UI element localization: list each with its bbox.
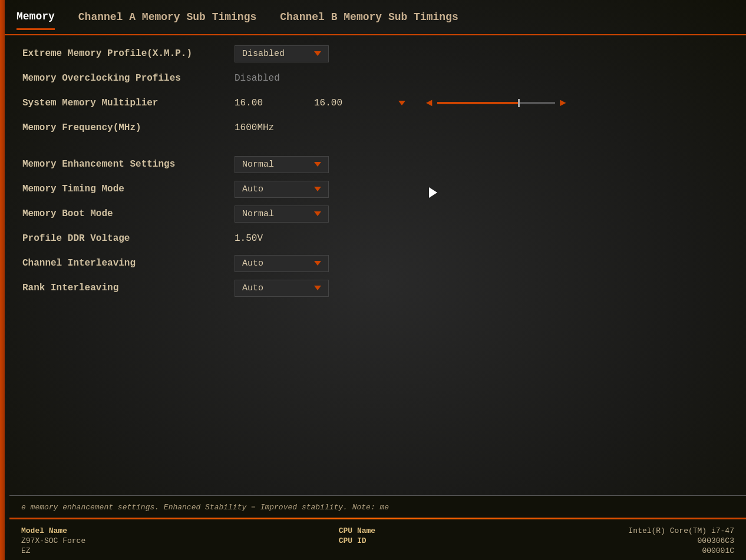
channel-interleaving-dropdown[interactable]: Auto [235, 255, 329, 272]
multiplier-dropdown-arrow [398, 101, 405, 105]
cpu-id-value2: 000001C [629, 546, 734, 555]
boot-mode-dropdown[interactable]: Normal [235, 206, 329, 223]
tab-bar: Memory Channel A Memory Sub Timings Chan… [5, 0, 746, 35]
frequency-value: 1600MHz [235, 122, 305, 133]
multiplier-value2: 16.00 [314, 98, 385, 108]
xmp-label: Extreme Memory Profile(X.M.P.) [22, 48, 235, 59]
frequency-row: Memory Frequency(MHz) 1600MHz [22, 115, 728, 140]
rank-interleaving-row: Rank Interleaving Auto [22, 276, 728, 300]
boot-mode-dropdown-arrow [314, 211, 321, 216]
cpu-id-label: CPU ID [339, 536, 375, 545]
enhancement-dropdown[interactable]: Normal [235, 156, 329, 173]
enhancement-dropdown-arrow [314, 162, 321, 167]
footer-model-col: Model Name Z97X-SOC Force EZ [21, 526, 85, 555]
boot-mode-label: Memory Boot Mode [22, 208, 235, 219]
ddr-voltage-row: Profile DDR Voltage 1.50V [22, 226, 728, 251]
footer-info: Model Name Z97X-SOC Force EZ CPU Name CP… [9, 522, 746, 560]
timing-mode-label: Memory Timing Mode [22, 184, 235, 194]
boot-mode-value: Normal [242, 209, 274, 219]
timing-mode-dropdown[interactable]: Auto [235, 181, 329, 198]
xmp-dropdown[interactable]: Disabled [235, 45, 329, 62]
ddr-voltage-label: Profile DDR Voltage [22, 233, 235, 244]
rank-interleaving-dropdown[interactable]: Auto [235, 280, 329, 297]
xmp-dropdown-arrow [314, 51, 321, 56]
multiplier-values: 16.00 16.00 ◄ ► [235, 97, 566, 109]
main-content: Memory Channel A Memory Sub Timings Chan… [5, 0, 746, 560]
model-name-label: Model Name [21, 526, 85, 535]
frequency-label: Memory Frequency(MHz) [22, 122, 235, 133]
overclocking-profiles-row: Memory Overclocking Profiles Disabled [22, 66, 728, 91]
footer-cpu-values-col: Intel(R) Core(TM) i7-47 000306C3 000001C [629, 526, 734, 555]
rank-interleaving-value: Auto [242, 283, 263, 293]
rank-interleaving-dropdown-arrow [314, 286, 321, 290]
multiplier-value1: 16.00 [235, 98, 305, 108]
channel-interleaving-dropdown-arrow [314, 261, 321, 266]
footer-cpu-col: CPU Name CPU ID [339, 526, 375, 555]
ddr-voltage-value: 1.50V [235, 233, 305, 244]
cpu-name-label: CPU Name [339, 526, 375, 535]
xmp-value: Disabled [242, 49, 285, 59]
channel-interleaving-label: Channel Interleaving [22, 258, 235, 269]
channel-interleaving-value: Auto [242, 259, 263, 269]
boot-mode-row: Memory Boot Mode Normal [22, 201, 728, 226]
cpu-name-value: Intel(R) Core(TM) i7-47 [629, 526, 734, 535]
multiplier-label: System Memory Multiplier [22, 98, 235, 108]
spacer1 [22, 140, 728, 152]
overclocking-profiles-value: Disabled [235, 73, 305, 84]
left-accent-bar [0, 0, 5, 560]
tab-memory[interactable]: Memory [16, 5, 55, 30]
multiplier-row: System Memory Multiplier 16.00 16.00 ◄ ► [22, 91, 728, 115]
bottom-orange-bar [9, 518, 746, 519]
tab-channel-b[interactable]: Channel B Memory Sub Timings [280, 5, 458, 29]
enhancement-label: Memory Enhancement Settings [22, 159, 235, 170]
bottom-divider [9, 495, 746, 496]
slider-left-arrow-icon: ◄ [426, 97, 433, 109]
cpu-id-value: 000306C3 [629, 536, 734, 545]
timing-mode-dropdown-arrow [314, 187, 321, 191]
help-text: e memory enhancement settings. Enhanced … [9, 499, 746, 515]
multiplier-slider[interactable]: ◄ ► [426, 97, 566, 109]
model-name-value2: EZ [21, 546, 85, 555]
overclocking-profiles-label: Memory Overclocking Profiles [22, 73, 235, 84]
model-name-value: Z97X-SOC Force [21, 536, 85, 545]
timing-mode-row: Memory Timing Mode Auto [22, 177, 728, 201]
slider-remaining [520, 102, 555, 104]
timing-mode-value: Auto [242, 184, 263, 194]
tab-channel-a[interactable]: Channel A Memory Sub Timings [78, 5, 256, 29]
slider-right-arrow-icon: ► [560, 97, 566, 109]
settings-container: Extreme Memory Profile(X.M.P.) Disabled … [5, 35, 746, 306]
enhancement-row: Memory Enhancement Settings Normal [22, 152, 728, 177]
xmp-row: Extreme Memory Profile(X.M.P.) Disabled [22, 41, 728, 66]
enhancement-value: Normal [242, 160, 274, 170]
channel-interleaving-row: Channel Interleaving Auto [22, 251, 728, 276]
rank-interleaving-label: Rank Interleaving [22, 283, 235, 293]
mouse-cursor [429, 187, 437, 198]
slider-track [437, 102, 555, 104]
bottom-info: e memory enhancement settings. Enhanced … [9, 495, 746, 560]
